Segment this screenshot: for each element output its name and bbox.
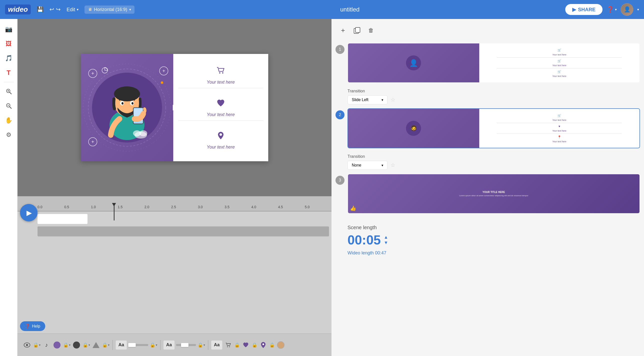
sidebar-tool-zoom-out[interactable] bbox=[2, 100, 15, 112]
character-circle bbox=[92, 73, 162, 143]
play-button[interactable]: ▶ bbox=[20, 204, 38, 221]
scene-length-value: 00:05 ▲ ▼ bbox=[348, 232, 640, 247]
transition-select-row-2: None ▾ ☆ bbox=[348, 161, 640, 170]
visibility-toggle[interactable] bbox=[22, 341, 32, 350]
share-button[interactable]: ▶ SHARE bbox=[565, 4, 602, 15]
heart-icon-timeline[interactable] bbox=[241, 341, 250, 350]
project-title[interactable]: untitled bbox=[138, 6, 561, 13]
delete-slide-button[interactable]: 🗑 bbox=[366, 25, 376, 36]
text-tool-1[interactable]: Aa bbox=[116, 341, 127, 350]
lock-group-9: 🔒 bbox=[269, 342, 275, 348]
lock-icon-9[interactable]: 🔒 bbox=[269, 342, 275, 348]
sidebar-tool-image[interactable]: 🖼 bbox=[2, 37, 15, 50]
transition-dropdown-2[interactable]: None ▾ bbox=[348, 161, 388, 170]
lock-arrow-3[interactable]: ▾ bbox=[88, 343, 90, 347]
transition-label-1: Transition bbox=[348, 89, 640, 93]
help-icon[interactable]: ❓ ▾ bbox=[606, 6, 617, 13]
lock-icon-7[interactable]: 🔒 bbox=[234, 342, 240, 348]
sidebar-tool-zoom-in[interactable] bbox=[2, 85, 15, 98]
slide-item-1[interactable]: Your text here bbox=[178, 62, 263, 88]
format-dropdown[interactable]: 🖥 Horizontal (16:9) ▾ bbox=[84, 5, 134, 14]
timeline-track-white[interactable] bbox=[38, 214, 88, 224]
transition-area-1: Transition Slide Left ▾ ☆ bbox=[348, 89, 640, 104]
slide-left-section[interactable]: + + bbox=[81, 54, 173, 161]
ruler-mark-5: 2.5 bbox=[171, 205, 198, 209]
slide-item-3[interactable]: Your text here bbox=[178, 128, 263, 153]
lock-group-7: 🔒 bbox=[234, 342, 240, 348]
lock-arrow-5[interactable]: ▾ bbox=[156, 343, 157, 347]
slide-right-section[interactable]: Your text here Your text here Your text … bbox=[173, 54, 268, 161]
lock-icon-3[interactable]: 🔒 bbox=[82, 342, 88, 348]
scene-length-decrease[interactable]: ▼ bbox=[384, 240, 388, 245]
cart-icon-timeline[interactable] bbox=[224, 341, 233, 350]
slide-item-2[interactable]: Your text here bbox=[178, 95, 263, 121]
slide-thumbnail-2[interactable]: 🧔 🛒 Your text here ♥ Your text here 📍 Yo… bbox=[348, 108, 640, 148]
undo-button[interactable]: ↩ bbox=[50, 6, 54, 13]
favorite-star-2[interactable]: ☆ bbox=[390, 162, 396, 169]
timeline-bottom-bar: 🔒 ▾ ♪ 🔒 ▾ 🔒 ▾ 🔒 ▾ bbox=[18, 334, 332, 356]
ruler-mark-3: 1.5 bbox=[118, 205, 144, 209]
wideo-length-value: 00:47 bbox=[375, 250, 386, 255]
svg-point-23 bbox=[222, 72, 224, 74]
slide-text-2: Your text here bbox=[207, 112, 235, 117]
avatar-image: 👤 bbox=[621, 3, 633, 16]
lock-arrow-6[interactable]: ▾ bbox=[204, 343, 205, 347]
slide-number-2: 2 bbox=[336, 110, 344, 119]
sidebar-tool-music[interactable]: 🎵 bbox=[2, 52, 15, 64]
play-icon: ▶ bbox=[26, 209, 32, 217]
avatar-dropdown-arrow[interactable]: ▾ bbox=[637, 7, 639, 11]
separator-2 bbox=[160, 340, 160, 350]
lock-icon-8[interactable]: 🔒 bbox=[252, 342, 257, 348]
pie-chart-icon bbox=[101, 66, 109, 76]
sidebar-tool-hand[interactable]: ✋ bbox=[2, 114, 15, 127]
audio-icon[interactable]: ♪ bbox=[42, 341, 51, 350]
text-tool-2[interactable]: Aa bbox=[164, 341, 174, 350]
svg-rect-26 bbox=[356, 27, 360, 32]
lock-group-5: 🔒 ▾ bbox=[150, 342, 157, 348]
lock-group-6: 🔒 ▾ bbox=[198, 342, 205, 348]
add-element-button-tr[interactable]: + bbox=[159, 66, 168, 75]
timeline-track-main[interactable] bbox=[38, 226, 329, 236]
lock-arrow-4[interactable]: ▾ bbox=[108, 343, 110, 347]
logo[interactable]: wideo bbox=[5, 4, 31, 14]
lock-icon-5[interactable]: 🔒 bbox=[150, 342, 155, 348]
text-tool-3[interactable]: Aa bbox=[211, 341, 222, 350]
svg-point-10 bbox=[114, 86, 140, 101]
shape-circle-purple bbox=[52, 341, 62, 350]
sidebar-tool-settings[interactable]: ⚙ bbox=[2, 129, 15, 141]
text-slider-2[interactable] bbox=[176, 344, 196, 346]
scene-length-increase[interactable]: ▲ bbox=[384, 235, 388, 239]
favorite-star-1[interactable]: ☆ bbox=[390, 97, 396, 103]
ruler-marks: 0.0 0.5 1.0 1.5 2.0 2.5 3.0 3.5 4.0 4.5 … bbox=[18, 205, 332, 209]
add-element-button-bl[interactable]: + bbox=[88, 137, 97, 146]
add-slide-button[interactable]: + bbox=[338, 25, 348, 36]
save-button[interactable]: 💾 bbox=[37, 6, 44, 13]
transition-dropdown-1[interactable]: Slide Left ▾ bbox=[348, 95, 388, 104]
slide-entry-1: 1 👤 🛒 Your text here bbox=[336, 43, 640, 83]
lock-icon-2[interactable]: 🔒 bbox=[63, 342, 68, 348]
lock-arrow-2[interactable]: ▾ bbox=[69, 343, 70, 347]
lock-arrow-1[interactable]: ▾ bbox=[39, 343, 40, 347]
sidebar-tool-camera[interactable]: 📷 bbox=[2, 23, 15, 35]
lock-icon-6[interactable]: 🔒 bbox=[198, 342, 203, 348]
slide-thumbnail-3[interactable]: YOUR TITLE HERE Lorem ipsum dolor sit am… bbox=[348, 174, 640, 214]
dropdown-arrow-1: ▾ bbox=[382, 98, 383, 102]
redo-button[interactable]: ↪ bbox=[56, 6, 60, 13]
thumbsup-icon: 👍 bbox=[350, 205, 356, 211]
slides-panel: + 🗑 1 👤 bbox=[332, 19, 644, 262]
cart-icon bbox=[216, 65, 226, 78]
shape-triangle bbox=[92, 341, 100, 350]
lock-icon-4[interactable]: 🔒 bbox=[102, 342, 108, 348]
slide-canvas: + + bbox=[81, 54, 268, 161]
timeline-playhead[interactable] bbox=[114, 203, 114, 220]
user-avatar[interactable]: 👤 bbox=[621, 3, 633, 16]
text-slider-1[interactable] bbox=[128, 344, 148, 346]
sidebar-tool-text[interactable]: T bbox=[2, 66, 15, 79]
lock-icon-1[interactable]: 🔒 bbox=[33, 342, 38, 348]
edit-dropdown[interactable]: Edit ▾ bbox=[66, 7, 78, 12]
slide-number-1: 1 bbox=[336, 45, 344, 54]
duplicate-slide-button[interactable] bbox=[352, 25, 362, 36]
help-button[interactable]: ❓ Help bbox=[20, 321, 45, 331]
location-icon-timeline[interactable] bbox=[259, 341, 268, 350]
slide-thumbnail-1[interactable]: 👤 🛒 Your text here 🛒 Your text here 🛒 Yo… bbox=[348, 43, 640, 83]
